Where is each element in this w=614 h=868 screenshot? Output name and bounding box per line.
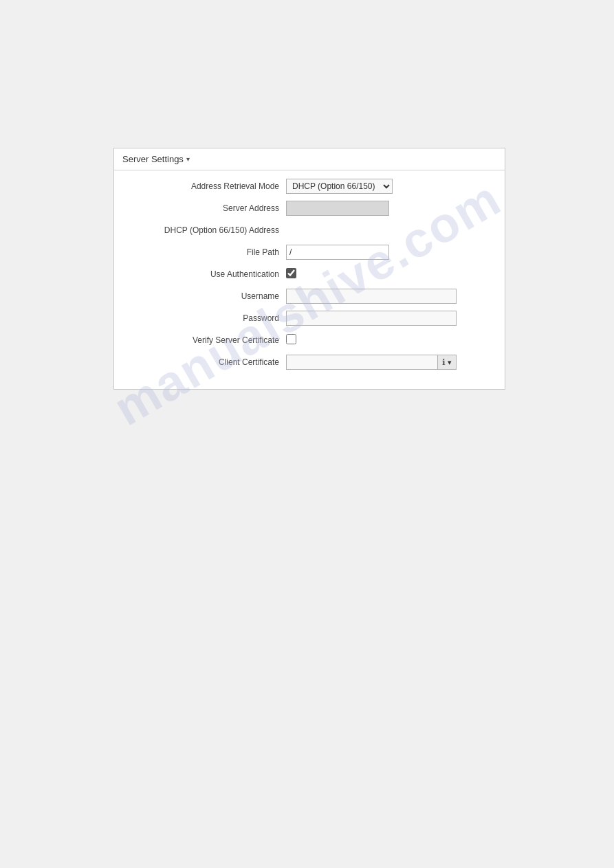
server-address-control <box>286 201 491 216</box>
password-control <box>286 311 491 326</box>
server-address-input[interactable] <box>286 201 389 216</box>
page-container: manualshive.com Server Settings ▾ Addres… <box>0 0 614 868</box>
use-authentication-control <box>286 268 491 280</box>
verify-server-cert-control <box>286 334 491 346</box>
dhcp-address-label: DHCP (Option 66/150) Address <box>128 225 286 235</box>
client-cert-control: ℹ ▾ <box>286 355 491 370</box>
verify-server-cert-checkbox[interactable] <box>286 334 296 344</box>
panel-body: Address Retrieval Mode DHCP (Option 66/1… <box>114 170 505 389</box>
dhcp-address-row: DHCP (Option 66/150) Address <box>128 221 491 239</box>
client-cert-row: Client Certificate ℹ ▾ <box>128 353 491 371</box>
client-cert-label: Client Certificate <box>128 357 286 367</box>
address-retrieval-mode-label: Address Retrieval Mode <box>128 181 286 191</box>
file-path-control <box>286 245 491 260</box>
username-label: Username <box>128 291 286 301</box>
client-cert-info-icon: ℹ <box>442 357 446 367</box>
username-row: Username <box>128 287 491 305</box>
file-path-label: File Path <box>128 247 286 257</box>
dhcp-address-value <box>286 225 491 236</box>
username-control <box>286 289 491 304</box>
panel-header: Server Settings ▾ <box>114 148 505 170</box>
verify-server-cert-label: Verify Server Certificate <box>128 335 286 345</box>
use-authentication-row: Use Authentication <box>128 265 491 283</box>
file-path-row: File Path <box>128 243 491 261</box>
use-authentication-label: Use Authentication <box>128 269 286 279</box>
client-cert-dropdown-icon: ▾ <box>448 358 452 367</box>
username-input[interactable] <box>286 289 457 304</box>
address-retrieval-mode-row: Address Retrieval Mode DHCP (Option 66/1… <box>128 177 491 195</box>
settings-panel: Server Settings ▾ Address Retrieval Mode… <box>113 148 505 390</box>
address-retrieval-mode-control: DHCP (Option 66/150) Manual DNS <box>286 179 491 194</box>
password-row: Password <box>128 309 491 327</box>
use-authentication-checkbox[interactable] <box>286 268 296 278</box>
address-retrieval-mode-select[interactable]: DHCP (Option 66/150) Manual DNS <box>286 179 393 194</box>
panel-title: Server Settings <box>122 154 184 164</box>
verify-server-cert-row: Verify Server Certificate <box>128 331 491 349</box>
server-address-label: Server Address <box>128 203 286 213</box>
file-path-input[interactable] <box>286 245 389 260</box>
dhcp-address-text <box>286 226 287 236</box>
panel-collapse-icon[interactable]: ▾ <box>186 155 190 163</box>
password-input[interactable] <box>286 311 457 326</box>
password-label: Password <box>128 313 286 323</box>
server-address-row: Server Address <box>128 199 491 217</box>
client-cert-wrapper: ℹ ▾ <box>286 355 457 370</box>
client-cert-input[interactable] <box>286 355 437 370</box>
client-cert-dropdown-button[interactable]: ℹ ▾ <box>437 355 457 370</box>
